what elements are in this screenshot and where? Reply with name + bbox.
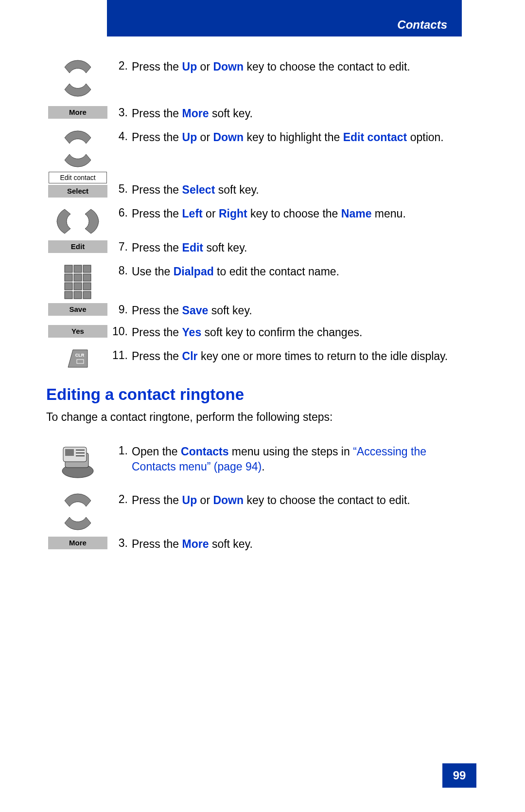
contacts-icon (58, 444, 97, 479)
softkey-select: Select (48, 185, 107, 198)
up-down-key-icon (61, 59, 95, 97)
svg-rect-6 (65, 283, 72, 290)
header-title: Contacts (397, 18, 447, 32)
page-number: 99 (442, 763, 476, 788)
softkey-more: More (48, 106, 107, 119)
step-number: 8. (109, 264, 132, 277)
step-text: Press the Clr key one or more times to r… (132, 349, 469, 364)
step-number: 6. (109, 206, 132, 219)
svg-rect-0 (65, 265, 72, 272)
step-text: Press the Yes soft key to confirm the ch… (132, 325, 469, 340)
step-number: 5. (109, 172, 132, 196)
step-row: 2. Press the Up or Down key to choose th… (46, 493, 469, 531)
step-text: Press the Left or Right key to choose th… (132, 206, 469, 221)
step-text: Press the Up or Down key to choose the c… (132, 493, 469, 508)
menu-option-edit-contact: Edit contact (49, 172, 107, 183)
step-row: Edit 7. Press the Edit soft key. (46, 240, 469, 255)
step-number: 11. (109, 349, 132, 362)
svg-rect-3 (65, 274, 72, 281)
step-text: Press the Edit soft key. (132, 240, 469, 255)
step-row: CLR 11. Press the Clr key one or more ti… (46, 349, 469, 368)
svg-rect-2 (83, 265, 91, 272)
step-row: Edit contact Select 5. Press the Select … (46, 172, 469, 198)
step-number: 9. (109, 303, 132, 316)
step-text: Press the Save soft key. (132, 303, 469, 318)
clr-key-icon: CLR (67, 349, 88, 368)
step-text: Press the More soft key. (132, 106, 469, 121)
svg-rect-8 (83, 283, 91, 290)
svg-rect-5 (83, 274, 91, 281)
step-number: 10. (109, 325, 132, 338)
step-row: 4. Press the Up or Down key to highlight… (46, 130, 469, 168)
svg-rect-7 (74, 283, 82, 290)
step-number: 1. (109, 444, 132, 457)
step-text: Open the Contacts menu using the steps i… (132, 444, 469, 474)
left-right-key-icon (56, 206, 100, 236)
step-row: 6. Press the Left or Right key to choose… (46, 206, 469, 236)
step-row: 2. Press the Up or Down key to choose th… (46, 59, 469, 97)
step-number: 4. (109, 130, 132, 143)
svg-text:CLR: CLR (75, 353, 85, 358)
up-down-key-icon (61, 493, 95, 531)
dialpad-icon (64, 264, 92, 299)
section-heading: Editing a contact ringtone (46, 385, 469, 404)
section-intro: To change a contact ringtone, perform th… (46, 411, 469, 424)
header-section: Contacts (107, 0, 462, 36)
page-content: 2. Press the Up or Down key to choose th… (46, 59, 469, 556)
step-row: More 3. Press the More soft key. (46, 537, 469, 552)
step-number: 7. (109, 240, 132, 253)
step-text: Press the Up or Down key to choose the c… (132, 59, 469, 74)
step-text: Use the Dialpad to edit the contact name… (132, 264, 469, 279)
step-row: More 3. Press the More soft key. (46, 106, 469, 121)
svg-rect-1 (74, 265, 82, 272)
step-text: Press the Up or Down key to highlight th… (132, 130, 469, 145)
svg-rect-10 (74, 291, 82, 299)
step-row: Save 9. Press the Save soft key. (46, 303, 469, 318)
step-row: Yes 10. Press the Yes soft key to confir… (46, 325, 469, 340)
step-number: 2. (109, 493, 132, 506)
step-number: 3. (109, 537, 132, 550)
up-down-key-icon (61, 130, 95, 168)
step-row: 8. Use the Dialpad to edit the contact n… (46, 264, 469, 299)
step-row: 1. Open the Contacts menu using the step… (46, 444, 469, 479)
step-number: 2. (109, 59, 132, 72)
step-text: Press the Select soft key. (132, 172, 469, 198)
softkey-yes: Yes (48, 325, 107, 338)
softkey-edit: Edit (48, 240, 107, 253)
svg-rect-17 (65, 449, 74, 456)
svg-rect-4 (74, 274, 82, 281)
svg-rect-11 (83, 291, 91, 299)
step-number: 3. (109, 106, 132, 119)
softkey-more: More (48, 537, 107, 549)
svg-rect-9 (65, 291, 72, 299)
softkey-save: Save (48, 303, 107, 316)
step-text: Press the More soft key. (132, 537, 469, 552)
